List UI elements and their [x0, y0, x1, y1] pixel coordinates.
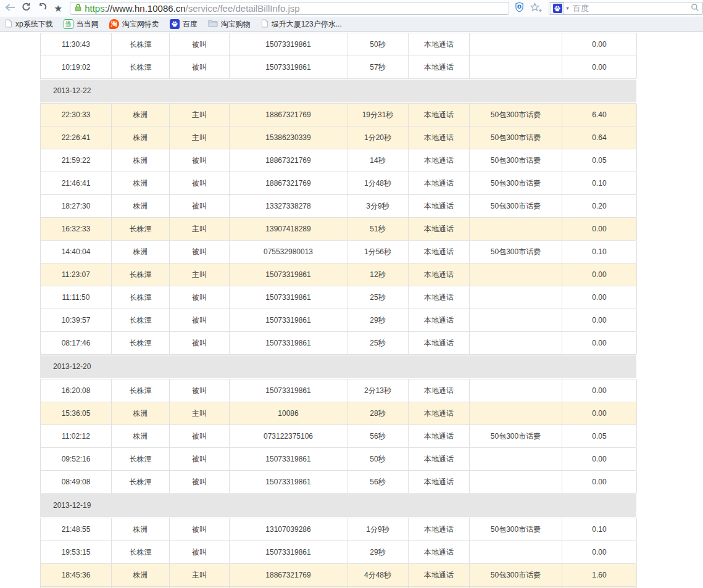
cell-direction: 被叫: [170, 332, 230, 354]
cell-number: 15073319861: [230, 332, 347, 354]
bookmark-taobao-folder[interactable]: 淘宝购物: [208, 19, 251, 30]
cell-fee: 0.10: [562, 518, 637, 540]
cell-fee: 0.10: [562, 241, 637, 263]
cell-area: 长株潭: [112, 471, 170, 493]
address-bar[interactable]: https://www.hn.10086.cn/service/fee/deta…: [70, 2, 509, 15]
cell-package: 50包300市话费: [470, 518, 562, 540]
cell-area: 株洲: [112, 104, 170, 126]
cell-call-type: 本地通话: [409, 56, 470, 78]
cell-call-type: 本地通话: [409, 425, 470, 447]
cell-number: 15073319861: [230, 379, 347, 402]
bookmark-baidu[interactable]: 百度: [170, 19, 198, 30]
bill-table: 11:30:43长株潭被叫1507331986150秒本地通话0.0010:19…: [40, 33, 636, 588]
cell-time: 16:32:33: [41, 218, 112, 240]
back-button[interactable]: [2, 1, 19, 16]
cell-time: 10:39:57: [41, 309, 112, 331]
cell-fee: 0.10: [562, 172, 637, 194]
cell-time: 08:17:46: [41, 332, 112, 354]
search-engine-selector[interactable]: [551, 2, 564, 14]
cell-number: 18867321769: [230, 104, 347, 126]
folder-icon: [208, 19, 218, 29]
cell-area: 株洲: [112, 241, 170, 263]
bookmark-label: xp系统下载: [15, 19, 53, 30]
bookmark-taobao-tejia[interactable]: 淘 淘宝网特卖: [109, 19, 159, 30]
shield-update-icon: [515, 2, 524, 15]
cell-package: 50包300市话费: [470, 104, 562, 126]
cell-direction: 被叫: [170, 172, 230, 194]
cell-direction: 主叫: [170, 263, 230, 286]
bookmarks-button[interactable]: ★: [50, 1, 66, 16]
cell-direction: 主叫: [170, 104, 230, 126]
bill-row: 11:02:12株洲被叫07312237510656秒本地通话50包300市话费…: [40, 425, 636, 448]
undo-button[interactable]: [35, 1, 51, 16]
cell-call-type: 本地通话: [409, 195, 470, 217]
undo-arrow-icon: [38, 2, 47, 14]
bill-row: 21:59:22株洲被叫1886732176914秒本地通话50包300市话费0…: [40, 149, 636, 172]
cell-number: 18867321769: [230, 149, 347, 172]
cell-number: 15073319861: [230, 309, 347, 331]
cell-fee: 0.05: [562, 425, 637, 447]
cell-area: 株洲: [112, 402, 170, 424]
cell-area: 长株潭: [112, 332, 170, 354]
bill-row: 22:30:33株洲主叫1886732176919分31秒本地通话50包300市…: [40, 104, 636, 126]
dangdang-icon: 当: [64, 19, 73, 29]
search-input[interactable]: [572, 3, 691, 14]
chevron-down-icon[interactable]: ▼: [565, 6, 570, 10]
date-section-header: 2013-12-22: [40, 80, 636, 102]
refresh-button[interactable]: [19, 1, 35, 16]
cell-duration: 4分48秒: [347, 564, 409, 586]
cell-area: 株洲: [112, 149, 170, 172]
cell-area: 株洲: [112, 172, 170, 194]
browser-toolbar: ★ https://www.hn.10086.cn/service/fee/de…: [0, 0, 703, 17]
cell-time: 22:26:41: [41, 126, 112, 149]
cell-area: 长株潭: [112, 33, 170, 56]
bill-row: 14:40:04株洲被叫0755329800131分56秒本地通话50包300市…: [40, 241, 636, 263]
cell-duration: 14秒: [347, 149, 409, 172]
cell-time: 09:52:16: [41, 448, 112, 470]
bookmark-xp-download[interactable]: xp系统下载: [5, 19, 53, 30]
bill-rows: 21:48:55株洲被叫131070392861分9秒本地通话50包300市话费…: [40, 518, 636, 588]
cell-duration: 29秒: [347, 541, 409, 563]
https-lock-icon: [75, 3, 81, 14]
back-arrow-icon: [5, 3, 15, 14]
cell-fee: 6.40: [562, 104, 637, 126]
cell-fee: 0.00: [562, 448, 637, 470]
cell-time: 16:20:08: [41, 379, 112, 402]
date-section-header: 2013-12-20: [40, 355, 636, 378]
cell-area: 株洲: [112, 564, 170, 586]
cell-area: 长株潭: [112, 218, 170, 240]
cell-fee: 0.00: [562, 332, 637, 354]
cell-duration: 1分20秒: [347, 126, 409, 149]
baidu-paw-icon: [553, 4, 562, 13]
cell-duration: 50秒: [347, 448, 409, 470]
url-scheme: https: [85, 3, 105, 14]
cell-number: 10086: [230, 402, 347, 424]
cell-fee: 0.00: [562, 33, 637, 56]
cell-time: 08:49:08: [41, 471, 112, 493]
cell-direction: 被叫: [170, 56, 230, 78]
cell-area: 株洲: [112, 518, 170, 540]
cell-call-type: 本地通话: [409, 149, 470, 172]
security-shield-button[interactable]: [512, 1, 526, 16]
cell-number: 15073319861: [230, 286, 347, 308]
cell-duration: 56秒: [347, 471, 409, 493]
cell-fee: 0.20: [562, 195, 637, 217]
bill-row: 18:27:30株洲被叫133273382783分9秒本地通话50包300市话费…: [40, 195, 636, 218]
cell-fee: 0.00: [562, 309, 637, 331]
add-favorite-button[interactable]: [529, 1, 544, 16]
cell-area: 长株潭: [112, 263, 170, 286]
bookmark-tisheng-building[interactable]: 堤升大厦123户停水...: [261, 19, 342, 30]
search-icon[interactable]: [691, 3, 699, 14]
cell-number: 15386230339: [230, 126, 347, 149]
bookmark-dangdang[interactable]: 当 当当网: [64, 19, 99, 30]
cell-package: [470, 263, 562, 286]
star-plus-icon: [530, 2, 543, 15]
bookmark-label: 淘宝网特卖: [122, 19, 159, 30]
cell-call-type: 本地通话: [409, 471, 470, 493]
bill-row: 18:45:36株洲主叫188673217694分48秒本地通话50包300市话…: [40, 564, 636, 587]
cell-area: 长株潭: [112, 309, 170, 331]
cell-duration: 51秒: [347, 218, 409, 240]
cell-time: 15:36:05: [41, 402, 112, 424]
cell-number: 15073319861: [230, 56, 347, 78]
cell-duration: 50秒: [347, 33, 409, 56]
